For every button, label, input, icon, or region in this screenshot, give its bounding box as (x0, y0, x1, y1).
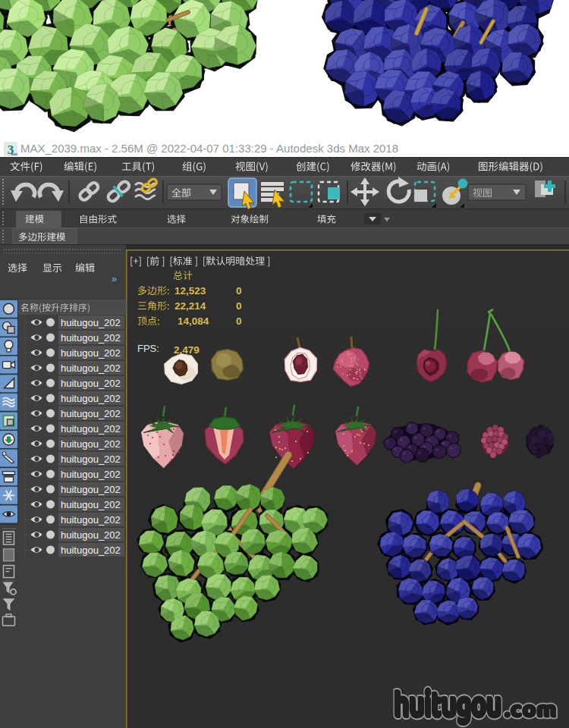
svg-text:huitugou_202: huitugou_202 (61, 317, 121, 328)
svg-text:huitugou_202: huitugou_202 (61, 408, 121, 419)
svg-text:huitugou_202: huitugou_202 (61, 544, 121, 556)
svg-text:MAX: MAX (11, 152, 18, 156)
svg-text:MAX_2039.max - 2.56M @ 2022-04: MAX_2039.max - 2.56M @ 2022-04-07 01:33:… (20, 142, 398, 155)
svg-text:huitugou_202: huitugou_202 (61, 469, 121, 480)
svg-text:huitugou_202: huitugou_202 (61, 529, 121, 541)
svg-text:FPS:: FPS: (137, 343, 159, 354)
svg-text:huitugou_202: huitugou_202 (61, 378, 121, 389)
svg-text:0: 0 (236, 315, 242, 327)
svg-text:14,084: 14,084 (178, 315, 209, 327)
svg-text:huitugou_202: huitugou_202 (61, 438, 121, 450)
svg-text:huitugou_202: huitugou_202 (61, 499, 121, 510)
svg-text:huitugou_202: huitugou_202 (61, 453, 121, 465)
svg-text:huitugou_202: huitugou_202 (61, 514, 121, 526)
svg-text:2.479: 2.479 (174, 344, 200, 356)
svg-text:huitugou_202: huitugou_202 (61, 484, 121, 495)
svg-text:huitugou_202: huitugou_202 (61, 347, 121, 359)
svg-text:huitugou_202: huitugou_202 (61, 423, 121, 435)
svg-text:12,523: 12,523 (174, 285, 206, 297)
svg-text:22,214: 22,214 (174, 300, 206, 312)
svg-text:huitugou_202: huitugou_202 (61, 362, 121, 374)
svg-text:huitugou_202: huitugou_202 (61, 393, 121, 404)
svg-text:»: » (112, 273, 117, 284)
svg-text:huitugou_202: huitugou_202 (61, 332, 121, 344)
svg-text:0: 0 (236, 300, 242, 312)
svg-text:0: 0 (236, 285, 242, 297)
